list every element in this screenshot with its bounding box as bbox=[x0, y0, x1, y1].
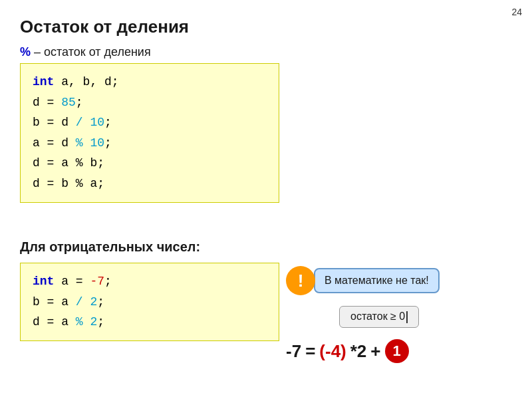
code-text bbox=[83, 136, 90, 150]
op-div2: / bbox=[76, 295, 83, 309]
callout-exclaim: ! В математике не так! bbox=[286, 266, 440, 295]
subtitle-text: – остаток от деления bbox=[31, 45, 151, 59]
code-text: a, b, d; bbox=[54, 75, 118, 88]
code-text: ; bbox=[97, 295, 104, 309]
keyword-int: int bbox=[33, 75, 54, 88]
code-text: ; bbox=[104, 275, 112, 288]
math-lhs: -7 bbox=[286, 341, 301, 362]
math-expression: -7 = (-4)*2 + 1 bbox=[286, 339, 409, 363]
code-line: d = 85; bbox=[33, 92, 267, 113]
code-text: d = b % a; bbox=[33, 177, 104, 190]
code-line: d = a % 2; bbox=[33, 312, 267, 332]
code-text bbox=[83, 295, 90, 309]
exclaim-icon: ! bbox=[286, 266, 315, 295]
code-text: ; bbox=[104, 116, 112, 129]
code-line: b = a / 2; bbox=[33, 292, 267, 313]
num-2a: 2 bbox=[90, 295, 97, 309]
code-text: a = d bbox=[33, 136, 76, 150]
op-mod1: % bbox=[76, 136, 83, 150]
code-text: a = bbox=[54, 275, 90, 288]
num-85: 85 bbox=[61, 96, 76, 109]
code-line: int a = -7; bbox=[33, 271, 267, 292]
code-text bbox=[83, 315, 90, 329]
code-line: b = d / 10; bbox=[33, 112, 267, 133]
math-circled-num: 1 bbox=[385, 339, 409, 363]
code-line: a = d % 10; bbox=[33, 133, 267, 154]
code-text: d = a % b; bbox=[33, 156, 104, 170]
code-text: b = d bbox=[33, 116, 76, 129]
callout-text: В математике не так! bbox=[325, 275, 429, 286]
neg-7: -7 bbox=[90, 275, 104, 288]
percent-sign: % bbox=[20, 45, 31, 59]
code-text: ; bbox=[76, 96, 83, 109]
math-mult: *2 bbox=[350, 341, 367, 362]
num-10a: 10 bbox=[90, 116, 104, 129]
subtitle: % – остаток от деления bbox=[20, 45, 151, 59]
cursor-indicator bbox=[406, 311, 408, 323]
op-div: / bbox=[76, 116, 83, 129]
code-line: d = b % a; bbox=[33, 174, 267, 194]
math-neg-part: (-4) bbox=[319, 341, 346, 362]
code-block-2: int a = -7; b = a / 2; d = a % 2; bbox=[20, 263, 279, 341]
code-line: int a, b, d; bbox=[33, 72, 267, 92]
code-text: b = a bbox=[33, 295, 76, 309]
code-text: d = bbox=[33, 96, 61, 109]
code-line: d = a % b; bbox=[33, 153, 267, 174]
code-text: ; bbox=[104, 136, 112, 150]
callout-bubble: В математике не так! bbox=[314, 268, 440, 293]
code-block-1: int a, b, d; d = 85; b = d / 10; a = d %… bbox=[20, 63, 279, 203]
remainder-text: остаток ≥ 0 bbox=[350, 311, 405, 322]
section-label-plain: : bbox=[196, 239, 200, 254]
keyword-int2: int bbox=[33, 275, 54, 288]
code-text bbox=[83, 116, 90, 129]
num-10b: 10 bbox=[90, 136, 104, 150]
op-mod2: % bbox=[76, 315, 83, 329]
math-plus: + bbox=[370, 341, 380, 362]
remainder-box: остаток ≥ 0 bbox=[339, 306, 419, 328]
section-label: Для отрицательных чисел: bbox=[20, 239, 200, 255]
num-2b: 2 bbox=[90, 315, 97, 329]
code-text: ; bbox=[97, 315, 104, 329]
section-label-colored: Для отрицательных чисел bbox=[20, 239, 196, 254]
main-title: Остаток от деления bbox=[20, 17, 189, 37]
page-number: 24 bbox=[511, 7, 522, 17]
code-text: d = a bbox=[33, 315, 76, 329]
math-eq: = bbox=[305, 341, 315, 362]
